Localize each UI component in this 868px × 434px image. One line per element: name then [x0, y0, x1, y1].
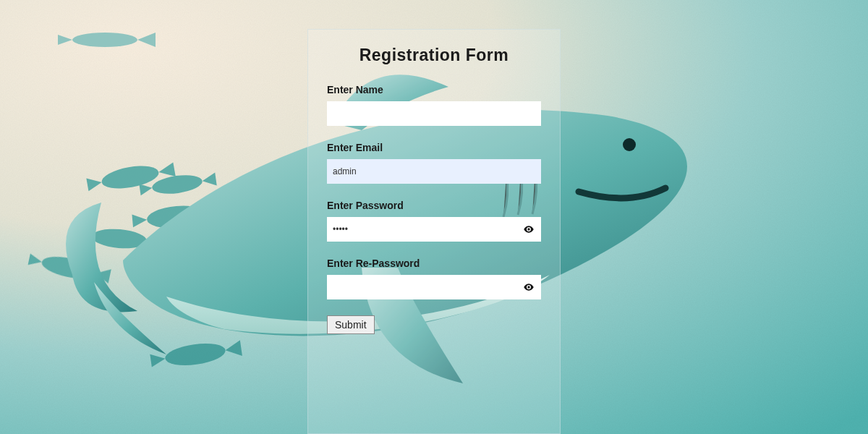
password-input[interactable]	[327, 217, 541, 242]
eye-icon[interactable]	[522, 223, 535, 236]
password-field-group: Enter Password	[327, 200, 541, 242]
svg-point-2	[72, 33, 137, 47]
svg-point-23	[623, 138, 636, 151]
password-label: Enter Password	[327, 200, 541, 211]
email-field-group: Enter Email	[327, 142, 541, 184]
name-field-group: Enter Name	[327, 84, 541, 126]
name-label: Enter Name	[327, 84, 541, 95]
repassword-input[interactable]	[327, 275, 541, 299]
repassword-label: Enter Re-Password	[327, 258, 541, 269]
email-label: Enter Email	[327, 142, 541, 153]
eye-icon[interactable]	[522, 281, 535, 294]
form-title: Registration Form	[327, 46, 541, 65]
name-input[interactable]	[327, 101, 541, 126]
registration-form-card: Registration Form Enter Name Enter Email…	[307, 29, 561, 434]
email-input[interactable]	[327, 159, 541, 184]
submit-button[interactable]: Submit	[327, 315, 375, 334]
repassword-field-group: Enter Re-Password	[327, 258, 541, 299]
